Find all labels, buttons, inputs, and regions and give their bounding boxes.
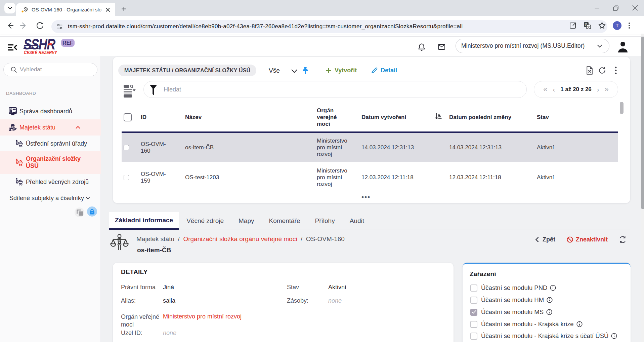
svg-text:文: 文 bbox=[587, 25, 590, 29]
